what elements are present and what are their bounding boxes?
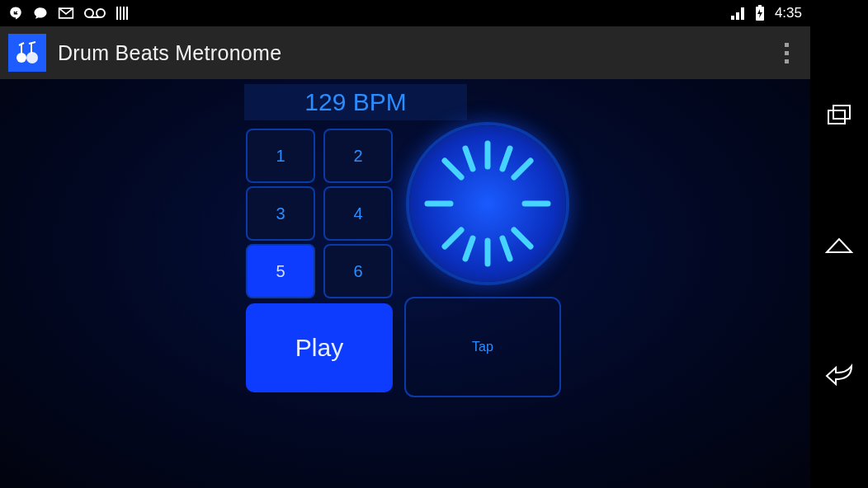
bpm-display: 129 BPM bbox=[244, 84, 467, 120]
barcode-icon bbox=[116, 6, 130, 21]
svg-point-10 bbox=[17, 53, 26, 63]
beat-pad-1[interactable]: 1 bbox=[246, 129, 315, 183]
beat-pad-5[interactable]: 5 bbox=[246, 244, 315, 298]
signal-icon bbox=[730, 6, 745, 21]
svg-rect-3 bbox=[116, 7, 118, 20]
svg-line-25 bbox=[502, 238, 510, 259]
play-button[interactable]: Play bbox=[246, 303, 393, 392]
app-body: 129 BPM 1 2 3 4 5 6 bbox=[0, 79, 810, 488]
recents-button[interactable] bbox=[823, 102, 855, 127]
svg-rect-12 bbox=[31, 43, 32, 54]
svg-line-22 bbox=[465, 148, 473, 169]
svg-line-18 bbox=[445, 161, 461, 177]
beat-pad-4[interactable]: 4 bbox=[323, 186, 393, 241]
svg-point-0 bbox=[85, 9, 93, 17]
svg-rect-6 bbox=[126, 7, 128, 20]
home-button[interactable] bbox=[823, 232, 855, 256]
svg-rect-8 bbox=[758, 5, 762, 7]
status-bar: 4:35 bbox=[0, 0, 810, 26]
svg-rect-5 bbox=[123, 7, 125, 20]
tempo-dial[interactable] bbox=[409, 125, 566, 282]
beat-pad-6[interactable]: 6 bbox=[323, 244, 393, 298]
beat-pad-3[interactable]: 3 bbox=[246, 186, 315, 241]
overflow-menu-button[interactable] bbox=[774, 26, 799, 79]
svg-point-11 bbox=[26, 52, 38, 63]
mail-icon bbox=[58, 7, 74, 20]
app-icon bbox=[8, 34, 46, 72]
android-nav-bar bbox=[810, 0, 868, 488]
beat-pad-2[interactable]: 2 bbox=[323, 129, 393, 183]
tap-button[interactable]: Tap bbox=[404, 297, 561, 397]
svg-rect-4 bbox=[120, 7, 121, 20]
svg-rect-26 bbox=[828, 110, 845, 124]
svg-rect-27 bbox=[833, 106, 850, 119]
svg-line-23 bbox=[502, 148, 510, 169]
svg-line-20 bbox=[514, 161, 531, 177]
app-title: Drum Beats Metronome bbox=[58, 41, 281, 65]
svg-point-1 bbox=[97, 9, 105, 17]
voicemail-icon bbox=[84, 7, 106, 19]
svg-rect-9 bbox=[12, 38, 42, 68]
chat-icon bbox=[33, 6, 48, 21]
clock-text: 4:35 bbox=[775, 5, 802, 21]
app-title-bar: Drum Beats Metronome bbox=[0, 26, 810, 79]
svg-line-19 bbox=[514, 230, 531, 246]
svg-line-21 bbox=[445, 230, 461, 246]
svg-rect-13 bbox=[21, 45, 22, 54]
hangouts-icon bbox=[8, 6, 23, 21]
svg-line-24 bbox=[465, 238, 473, 259]
back-button[interactable] bbox=[823, 361, 855, 386]
battery-charging-icon bbox=[755, 5, 765, 21]
